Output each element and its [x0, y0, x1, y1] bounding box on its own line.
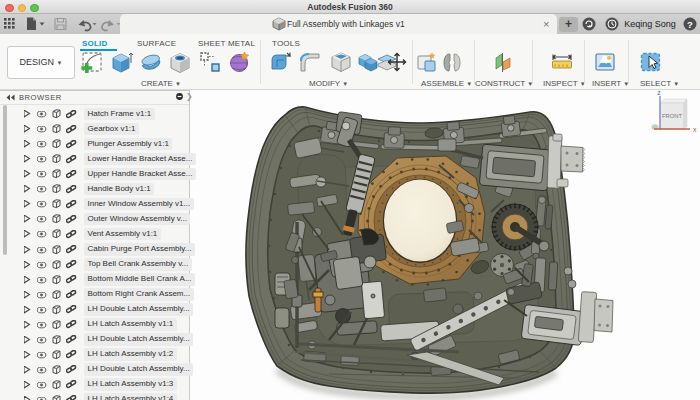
svg-text:FRONT: FRONT [662, 113, 682, 119]
svg-text:?: ? [687, 19, 693, 30]
svg-text:z: z [657, 90, 661, 96]
svg-text:x: x [693, 126, 697, 133]
